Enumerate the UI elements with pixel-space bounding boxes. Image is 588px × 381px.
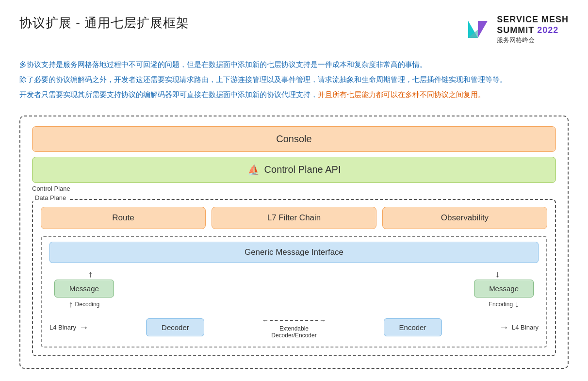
logo-text: SERVICE MESH SUMMIT 2022 服务网格峰会 xyxy=(497,15,569,44)
l4-binary-left-label: L4 Binary xyxy=(49,324,76,331)
gmi-wrapper: Generic Message Interface ↑ ↓ Message xyxy=(41,236,547,348)
l7-filter-chain-box: L7 Filter Chain xyxy=(212,207,376,229)
right-message-box: Message xyxy=(474,280,534,298)
page-header: 协议扩展 - 通用七层扩展框架 SERVICE MESH SUMMIT 2022… xyxy=(19,15,569,44)
observability-box: Observability xyxy=(382,207,547,229)
l4-left: L4 Binary → xyxy=(49,322,89,333)
logo-brand-line2: SUMMIT 2022 xyxy=(497,25,569,36)
text-line-1: 多协议支持是服务网格落地过程中不可回避的问题，但是在数据面中添加新的七层协议支持… xyxy=(19,58,569,72)
gmi-box: Generic Message Interface xyxy=(49,242,539,263)
sail-icon: ⛵ xyxy=(247,164,260,176)
control-plane-wrapper: Console ⛵ Control Plane API Control Plan… xyxy=(32,126,556,192)
logo-area: SERVICE MESH SUMMIT 2022 服务网格峰会 xyxy=(464,15,569,44)
control-plane-api-label: Control Plane API xyxy=(264,164,341,175)
console-box: Console xyxy=(32,126,556,152)
data-plane-label: Data Plane xyxy=(32,194,69,201)
right-message-col: Message Encoding ↓ xyxy=(474,280,534,310)
route-box: Route xyxy=(41,207,206,229)
l4-right: → L4 Binary xyxy=(499,322,539,333)
message-row: Message ↑ Decoding Message Encoding ↓ xyxy=(49,280,539,310)
control-plane-api-box: ⛵ Control Plane API xyxy=(32,157,556,183)
logo-icon xyxy=(464,16,491,43)
page-title: 协议扩展 - 通用七层扩展框架 xyxy=(19,15,189,32)
intro-text: 多协议支持是服务网格落地过程中不可回避的问题，但是在数据面中添加新的七层协议支持… xyxy=(19,58,569,102)
decoding-label: Decoding xyxy=(75,301,100,308)
left-message-col: Message ↑ Decoding xyxy=(54,280,114,310)
control-plane-label: Control Plane xyxy=(32,185,556,192)
right-arrow-block: ↓ xyxy=(495,270,500,279)
l4-binary-right-label: L4 Binary xyxy=(512,324,539,331)
extendable-section: ← → ExtendableDecoder/Encoder xyxy=(262,316,326,339)
left-message-box: Message xyxy=(54,280,114,298)
data-plane-section: Data Plane Route L7 Filter Chain Observa… xyxy=(32,199,556,356)
dashed-arrows: ← → xyxy=(262,316,326,324)
encoding-label: Encoding xyxy=(489,301,513,308)
encoding-arrow: Encoding ↓ xyxy=(489,299,519,310)
svg-marker-1 xyxy=(478,21,488,38)
left-arrow-block: ↑ xyxy=(88,270,93,279)
decoder-box: Decoder xyxy=(146,318,204,336)
encoder-box: Encoder xyxy=(384,318,442,336)
decoding-arrow: ↑ Decoding xyxy=(69,299,100,310)
top-boxes: Route L7 Filter Chain Observability xyxy=(41,207,547,229)
logo-brand-line1: SERVICE MESH xyxy=(497,15,569,25)
bottom-row: L4 Binary → Decoder ← → ExtendableDecode… xyxy=(49,316,539,339)
main-diagram: Console ⛵ Control Plane API Control Plan… xyxy=(19,116,569,369)
text-line-3: 开发者只需要实现其所需要支持协议的编解码器即可直接在数据面中添加新的协议代理支持… xyxy=(19,88,569,102)
gmi-arrows: ↑ ↓ xyxy=(49,270,539,279)
logo-cn: 服务网格峰会 xyxy=(497,36,569,44)
extendable-label: ExtendableDecoder/Encoder xyxy=(271,325,316,339)
text-line-2: 除了必要的协议编解码之外，开发者这还需要实现请求路由，上下游连接管理以及事件管理… xyxy=(19,73,569,87)
